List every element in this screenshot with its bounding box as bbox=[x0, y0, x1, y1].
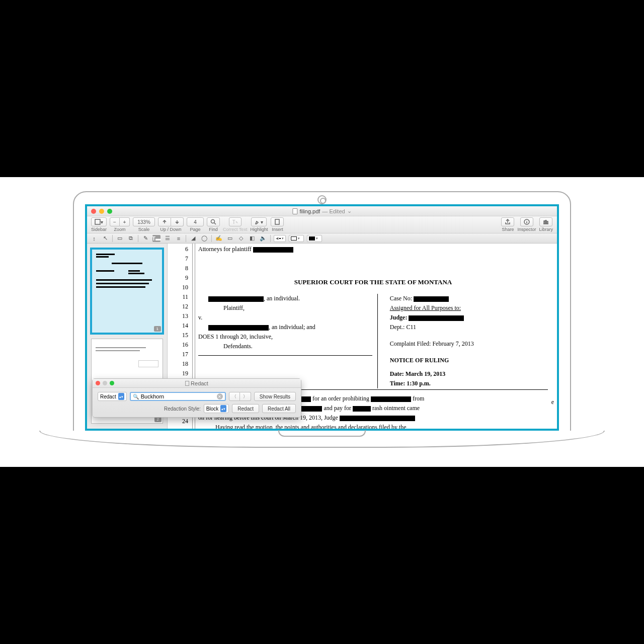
form-tool-icon[interactable]: ☰ bbox=[164, 235, 172, 242]
align-tool-icon[interactable]: ≡ bbox=[175, 235, 183, 242]
scale-label: Scale bbox=[138, 227, 150, 232]
letterbox-top bbox=[0, 0, 644, 177]
redact-button[interactable]: Redact bbox=[232, 404, 259, 413]
svg-rect-2 bbox=[275, 219, 279, 224]
redaction-block bbox=[208, 296, 264, 302]
close-button[interactable] bbox=[91, 209, 96, 214]
panel-doc-icon bbox=[185, 381, 189, 386]
signature-tool-icon[interactable]: ✍ bbox=[215, 235, 223, 242]
line-number: 11 bbox=[182, 292, 188, 302]
line-number: 13 bbox=[182, 311, 188, 321]
info-icon bbox=[524, 219, 530, 225]
letterbox-bottom bbox=[0, 467, 644, 644]
window-title: filing.pdf bbox=[299, 208, 320, 214]
scale-field[interactable]: 133% bbox=[133, 217, 155, 226]
stroke-width-picker[interactable]: ◀▾ bbox=[274, 235, 286, 242]
correct-text-button[interactable]: T✎ bbox=[229, 217, 242, 226]
stroke-color-picker[interactable]: ▾ bbox=[289, 235, 304, 242]
redaction-block bbox=[340, 416, 415, 421]
redaction-style-dropdown[interactable]: Block▴▾ bbox=[204, 404, 229, 413]
highlight-button[interactable]: ▾ bbox=[251, 217, 267, 226]
library-button[interactable] bbox=[539, 217, 552, 226]
redaction-block bbox=[414, 296, 449, 302]
crop-tool-icon[interactable]: ⧉ bbox=[127, 235, 135, 242]
insert-button[interactable] bbox=[271, 217, 284, 226]
arrow-up-icon bbox=[162, 219, 168, 225]
highlighter-icon bbox=[255, 219, 261, 225]
panel-title: Redact bbox=[191, 380, 208, 386]
inspector-label: Inspector bbox=[517, 227, 536, 232]
move-tool-icon[interactable]: ↕ bbox=[90, 235, 98, 242]
panel-close-button[interactable] bbox=[96, 381, 100, 385]
prev-result-button[interactable]: 〈 bbox=[229, 392, 240, 401]
next-result-button[interactable]: 〉 bbox=[240, 392, 251, 401]
sidebar-toggle-button[interactable]: ▾ bbox=[91, 217, 107, 226]
redact-search-field[interactable]: 🔍 ✕ bbox=[130, 392, 226, 401]
stamp-tool-icon[interactable]: ▭ bbox=[226, 235, 234, 242]
text-select-tool-icon[interactable]: ▭ bbox=[116, 235, 124, 242]
minimize-button[interactable] bbox=[99, 209, 104, 214]
annotation-toolbar: ↕ ↖ ▭ ⧉ ✎ T▬ ☰ ≡ ◢ ◯ ✍ ▭ ◇ bbox=[87, 233, 557, 244]
fill-color-picker[interactable]: ▾ bbox=[307, 235, 322, 242]
zoom-button[interactable] bbox=[107, 209, 112, 214]
line-number: 19 bbox=[182, 369, 188, 378]
line-number: 8 bbox=[185, 264, 188, 273]
stray-char: e bbox=[551, 397, 554, 407]
redaction-block bbox=[371, 396, 411, 402]
share-icon bbox=[505, 219, 511, 225]
svg-point-1 bbox=[211, 220, 215, 223]
zoom-out-button[interactable]: − bbox=[110, 217, 120, 226]
thumb-page-number: 1 bbox=[154, 326, 161, 332]
clear-icon[interactable]: ✕ bbox=[217, 393, 223, 399]
court-title: SUPERIOR COURT FOR THE STATE OF MONTANA bbox=[198, 277, 548, 287]
comment-tool-icon[interactable]: ◯ bbox=[200, 235, 208, 242]
line-number: 15 bbox=[182, 331, 188, 340]
page-label: Page bbox=[190, 227, 201, 232]
svg-rect-0 bbox=[95, 219, 100, 224]
panel-minimize-button[interactable] bbox=[103, 381, 107, 385]
laptop-frame: filing.pdf — Edited ⌄ ▾ Sidebar − + bbox=[0, 177, 644, 467]
line-number: 9 bbox=[185, 273, 188, 283]
highlight-tool-icon[interactable]: ◢ bbox=[189, 235, 197, 242]
callout-tool-icon[interactable]: ◧ bbox=[248, 235, 256, 242]
document-icon bbox=[292, 208, 297, 214]
redact-tool-icon[interactable]: T▬ bbox=[152, 235, 160, 242]
title-dropdown-icon[interactable]: ⌄ bbox=[347, 208, 352, 214]
redaction-block bbox=[253, 247, 293, 253]
sound-tool-icon[interactable]: 🔈 bbox=[259, 235, 267, 242]
edited-status: — Edited bbox=[322, 208, 345, 214]
redact-search-input[interactable] bbox=[141, 393, 215, 399]
shape-tool-icon[interactable]: ◇ bbox=[237, 235, 245, 242]
redact-all-button[interactable]: Redact All bbox=[262, 404, 296, 413]
redact-mode-dropdown[interactable]: Redact▴▾ bbox=[98, 392, 127, 401]
style-label: Redaction Style: bbox=[164, 406, 201, 412]
redaction-block bbox=[409, 315, 464, 321]
window-titlebar: filing.pdf — Edited ⌄ bbox=[87, 206, 557, 216]
square-icon bbox=[95, 219, 101, 225]
line-number: 17 bbox=[182, 350, 188, 359]
find-button[interactable] bbox=[207, 217, 220, 226]
search-icon: 🔍 bbox=[133, 394, 139, 399]
camera-icon bbox=[317, 195, 327, 204]
inspector-button[interactable] bbox=[520, 217, 533, 226]
line-number: 10 bbox=[182, 283, 188, 292]
page-up-button[interactable] bbox=[158, 217, 171, 226]
arrow-down-icon bbox=[174, 219, 180, 225]
panel-zoom-button[interactable] bbox=[110, 381, 114, 385]
page-thumbnail-1[interactable]: 1 bbox=[91, 249, 163, 334]
laptop-base bbox=[39, 431, 605, 448]
select-tool-icon[interactable]: ↖ bbox=[101, 235, 109, 242]
share-label: Share bbox=[502, 227, 514, 232]
redaction-block bbox=[208, 325, 269, 331]
highlight-label: Highlight bbox=[250, 227, 268, 232]
attorneys-text: Attorneys for plaintiff bbox=[198, 246, 252, 253]
line-number: 7 bbox=[185, 254, 188, 264]
page-down-button[interactable] bbox=[171, 217, 184, 226]
edit-tool-icon[interactable]: ✎ bbox=[141, 235, 149, 242]
line-number: 14 bbox=[182, 321, 188, 331]
zoom-in-button[interactable]: + bbox=[120, 217, 130, 226]
library-icon bbox=[543, 219, 549, 225]
show-results-button[interactable]: Show Results bbox=[254, 392, 296, 401]
page-field[interactable]: 4 bbox=[187, 217, 204, 226]
share-button[interactable] bbox=[501, 217, 514, 226]
